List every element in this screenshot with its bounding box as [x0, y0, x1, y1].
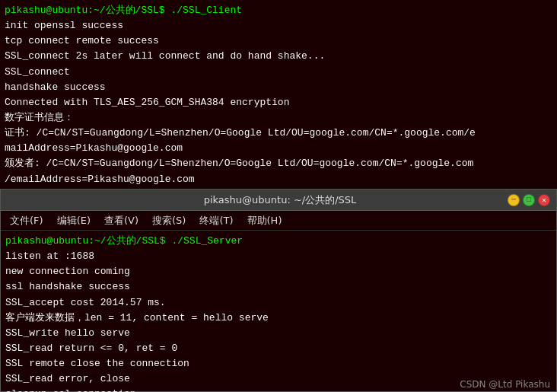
terminal-line: pikashu@ubuntu:~/公共的/SSL$ ./SSL_Client [5, 3, 552, 18]
terminal-line: new connection coming [5, 264, 552, 279]
menu-item[interactable]: 搜索(S) [146, 212, 192, 229]
menu-item[interactable]: 查看(V) [98, 212, 145, 229]
terminal-line: 数字证书信息： [5, 110, 552, 126]
terminal-line: /emailAddress=Pikashu@google.com [5, 172, 552, 187]
terminal-content: pikashu@ubuntu:~/公共的/SSL$ ./SSL_Serverli… [1, 231, 556, 392]
menu-item[interactable]: 帮助(H) [241, 212, 288, 229]
terminal-line: SSL_accept cost 2014.57 ms. [5, 295, 552, 311]
terminal-line: init openssl success [5, 18, 552, 33]
terminal-line: 证书: /C=CN/ST=Guangdong/L=Shenzhen/O=Goog… [5, 126, 552, 141]
titlebar: pikashu@ubuntu: ~/公共的/SSL ─ □ ✕ [1, 190, 556, 211]
terminal-line: SSL_write hello serve [5, 326, 552, 341]
menubar: 文件(F)编辑(E)查看(V)搜索(S)终端(T)帮助(H) [1, 211, 556, 231]
terminal-line: pikashu@ubuntu:~/公共的/SSL$ ./SSL_Server [5, 234, 552, 249]
window-controls: ─ □ ✕ [508, 194, 550, 206]
terminal-line: SSL_read return <= 0, ret = 0 [5, 341, 552, 356]
minimize-button[interactable]: ─ [508, 194, 520, 206]
menu-item[interactable]: 终端(T) [193, 212, 239, 229]
terminal-line: tcp connect remote success [5, 33, 552, 49]
maximize-button[interactable]: □ [523, 194, 535, 206]
terminal-line: mailAddress=Pikashu@google.com [5, 141, 552, 156]
background-terminal: pikashu@ubuntu:~/公共的/SSL$ ./SSL_Clientin… [0, 0, 557, 198]
close-button[interactable]: ✕ [538, 194, 550, 206]
window-title: pikashu@ubuntu: ~/公共的/SSL [53, 193, 508, 207]
terminal-line: handshake success [5, 80, 552, 95]
menu-item[interactable]: 编辑(E) [51, 212, 97, 229]
menu-item[interactable]: 文件(F) [4, 212, 49, 229]
terminal-line: SSL_connect [5, 65, 552, 80]
terminal-line: 颁发者: /C=CN/ST=Guangdong/L=Shenzhen/O=Goo… [5, 156, 552, 171]
foreground-window: pikashu@ubuntu: ~/公共的/SSL ─ □ ✕ 文件(F)编辑(… [0, 189, 557, 392]
terminal-line: 客户端发来数据，len = 11, content = hello serve [5, 311, 552, 326]
watermark: CSDN @Ltd Pikashu [460, 379, 550, 390]
terminal-line: listen at :1688 [5, 249, 552, 264]
terminal-line: ssl handshake success [5, 279, 552, 295]
terminal-line: SSL remote close the connection [5, 356, 552, 371]
terminal-line: SSL_connect 2s later will connect and do… [5, 49, 552, 64]
terminal-line: Connected with TLS_AES_256_GCM_SHA384 en… [5, 95, 552, 110]
